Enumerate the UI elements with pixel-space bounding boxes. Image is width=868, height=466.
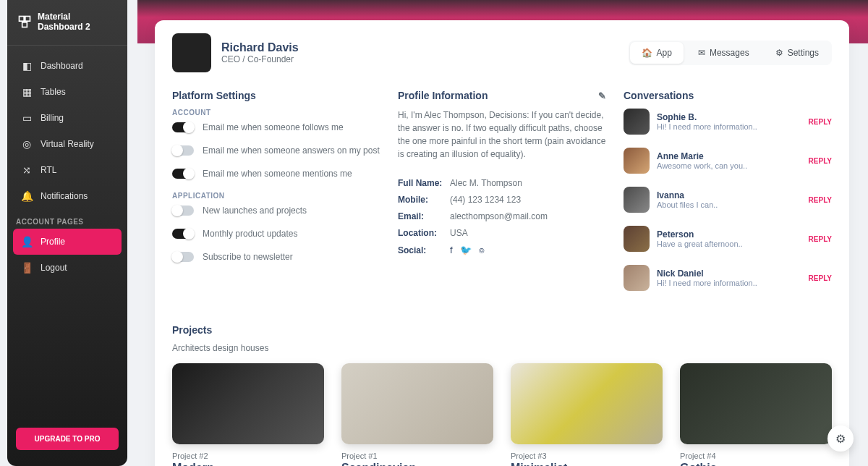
conversation-name: Sophie B.: [657, 112, 801, 122]
reply-button[interactable]: REPLY: [809, 196, 832, 204]
sidebar-item-label: Profile: [41, 237, 65, 247]
project-number: Project #1: [341, 452, 493, 460]
toggle-newsletter[interactable]: [172, 252, 194, 262]
tab-label: Messages: [710, 48, 749, 58]
info-label: Full Name:: [398, 178, 444, 188]
subheader-application: APPLICATION: [172, 192, 380, 200]
profile-bio: Hi, I'm Alec Thompson, Decisions: If you…: [398, 109, 606, 161]
toggle-mentions[interactable]: [172, 169, 194, 179]
brand: Material Dashboard 2: [7, 12, 127, 46]
reply-button[interactable]: REPLY: [809, 157, 832, 165]
project-number: Project #3: [511, 452, 663, 460]
upgrade-button[interactable]: UPGRADE TO PRO: [16, 428, 119, 450]
avatar: [624, 148, 650, 174]
tab-app[interactable]: 🏠App: [630, 42, 684, 64]
instagram-icon[interactable]: ⌾: [479, 245, 485, 255]
sidebar-item-vr[interactable]: ◎Virtual Reality: [13, 131, 122, 157]
toggle-updates[interactable]: [172, 229, 194, 239]
home-icon: 🏠: [642, 48, 652, 58]
profile-header: Richard Davis CEO / Co-Founder 🏠App ✉Mes…: [172, 33, 832, 72]
reply-button[interactable]: REPLY: [809, 274, 832, 282]
profile-information: Profile Information✎ Hi, I'm Alec Thomps…: [398, 90, 606, 304]
section-title: Profile Information✎: [398, 90, 606, 101]
reply-button[interactable]: REPLY: [809, 118, 832, 126]
info-value: (44) 123 1234 123: [450, 195, 521, 205]
brand-icon: [17, 14, 32, 30]
project-card[interactable]: Project #1 Scandinavian Music is somethi…: [341, 363, 493, 466]
sidebar-item-label: Virtual Reality: [41, 139, 94, 149]
project-card[interactable]: Project #4 Gothic Why would anyone pick …: [680, 363, 832, 466]
project-card[interactable]: Project #3 Minimalist Different people h…: [511, 363, 663, 466]
sidebar-item-label: Tables: [41, 87, 66, 97]
svg-rect-2: [22, 22, 27, 27]
reply-button[interactable]: REPLY: [809, 235, 832, 243]
sidebar-item-logout[interactable]: 🚪Logout: [13, 255, 122, 281]
tab-label: Settings: [788, 48, 819, 58]
profile-name: Richard Davis: [221, 41, 299, 54]
setting-label: Monthly product updates: [203, 229, 297, 239]
avatar: [172, 33, 211, 72]
setting-label: Email me when someone follows me: [203, 122, 344, 132]
sidebar-item-label: Billing: [41, 113, 64, 123]
sidebar-item-label: Dashboard: [41, 61, 83, 71]
facebook-icon[interactable]: f: [450, 245, 453, 255]
nav-list: ◧Dashboard ▦Tables ▭Billing ◎Virtual Rea…: [7, 46, 127, 209]
conversation-name: Nick Daniel: [657, 268, 801, 279]
info-label: Social:: [398, 245, 444, 255]
tabs: 🏠App ✉Messages ⚙Settings: [629, 41, 832, 65]
conversation-msg: Have a great afternoon..: [657, 240, 801, 248]
conversation-name: Peterson: [657, 229, 801, 240]
settings-fab[interactable]: ⚙: [827, 425, 854, 452]
setting-label: Email me when someone answers on my post: [203, 145, 380, 156]
project-card[interactable]: Project #2 Modern As Uber works through …: [172, 363, 324, 466]
setting-row: Email me when someone mentions me: [172, 169, 380, 179]
sidebar-item-tables[interactable]: ▦Tables: [13, 79, 122, 105]
conversation-item: Nick DanielHi! I need more information..…: [624, 265, 832, 291]
conversation-item: Sophie B.Hi! I need more information..RE…: [624, 109, 832, 135]
avatar: [624, 109, 650, 135]
avatar: [624, 265, 650, 291]
edit-icon[interactable]: ✎: [598, 90, 606, 101]
conversation-item: PetersonHave a great afternoon..REPLY: [624, 226, 832, 252]
main-card: Richard Davis CEO / Co-Founder 🏠App ✉Mes…: [155, 20, 849, 466]
sidebar-item-label: Logout: [41, 263, 67, 273]
svg-rect-1: [25, 17, 30, 22]
sidebar-item-rtl[interactable]: ⤭RTL: [13, 157, 122, 183]
nav-list-account: 👤Profile 🚪Logout: [7, 229, 127, 281]
tab-settings[interactable]: ⚙Settings: [764, 42, 830, 64]
sidebar-item-dashboard[interactable]: ◧Dashboard: [13, 53, 122, 79]
profile-role: CEO / Co-Founder: [221, 54, 299, 64]
projects-header: Projects Architects design houses: [172, 324, 832, 353]
section-title: Projects: [172, 324, 832, 336]
tab-label: App: [657, 48, 672, 58]
setting-label: Subscribe to newsletter: [203, 252, 293, 262]
setting-label: Email me when someone mentions me: [203, 169, 352, 179]
sidebar-item-profile[interactable]: 👤Profile: [13, 229, 122, 255]
tables-icon: ▦: [20, 85, 33, 98]
project-image: [511, 363, 663, 444]
subheader-account: ACCOUNT: [172, 109, 380, 116]
project-number: Project #4: [680, 452, 832, 460]
gear-icon: ⚙: [775, 48, 783, 58]
toggle-answers[interactable]: [172, 145, 194, 156]
info-value: USA: [450, 228, 468, 238]
bell-icon: 🔔: [20, 190, 33, 203]
sidebar-item-notifications[interactable]: 🔔Notifications: [13, 183, 122, 209]
gear-icon: ⚙: [835, 432, 846, 446]
setting-row: Subscribe to newsletter: [172, 252, 380, 262]
toggle-launches[interactable]: [172, 206, 194, 216]
sidebar-item-billing[interactable]: ▭Billing: [13, 105, 122, 131]
billing-icon: ▭: [20, 111, 33, 124]
tab-messages[interactable]: ✉Messages: [686, 42, 761, 64]
conversations: Conversations Sophie B.Hi! I need more i…: [624, 90, 832, 304]
info-label: Location:: [398, 228, 444, 238]
section-title: Conversations: [624, 90, 832, 101]
project-name: Gothic: [680, 462, 832, 466]
project-name: Minimalist: [511, 462, 663, 466]
toggle-follows[interactable]: [172, 122, 194, 132]
sidebar-item-label: RTL: [41, 165, 56, 175]
project-number: Project #2: [172, 452, 324, 460]
info-label: Email:: [398, 211, 444, 221]
twitter-icon[interactable]: 🐦: [460, 245, 472, 255]
section-title: Platform Settings: [172, 90, 380, 101]
